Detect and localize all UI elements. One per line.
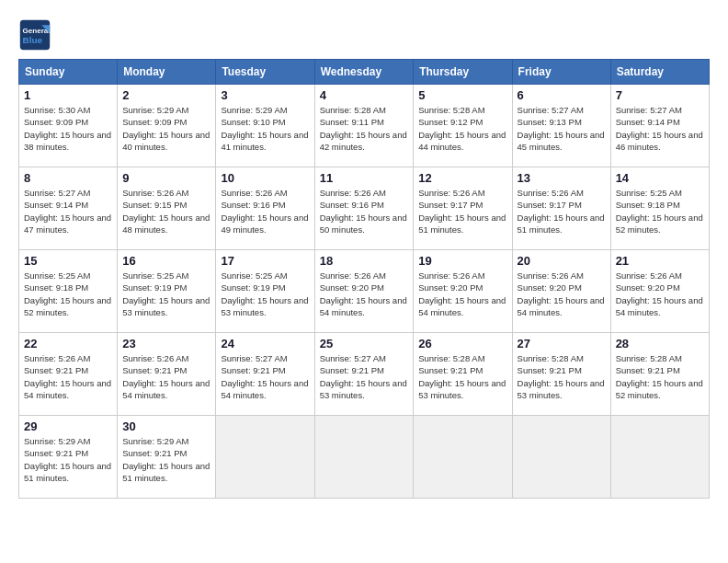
day-info: Sunrise: 5:26 AM Sunset: 9:21 PM Dayligh… [122, 352, 210, 401]
day-info: Sunrise: 5:25 AM Sunset: 9:19 PM Dayligh… [221, 270, 309, 318]
day-info: Sunrise: 5:25 AM Sunset: 9:18 PM Dayligh… [24, 270, 112, 318]
day-number: 13 [518, 171, 606, 185]
day-info: Sunrise: 5:29 AM Sunset: 9:21 PM Dayligh… [24, 435, 112, 484]
week-row-5: 29 Sunrise: 5:29 AM Sunset: 9:21 PM Dayl… [19, 416, 710, 499]
day-cell-27: 27 Sunrise: 5:28 AM Sunset: 9:21 PM Dayl… [512, 333, 610, 416]
day-number: 28 [616, 337, 704, 350]
day-info: Sunrise: 5:27 AM Sunset: 9:13 PM Dayligh… [518, 104, 606, 153]
header-saturday: Saturday [610, 60, 709, 85]
day-number: 24 [221, 337, 309, 350]
page-header: General Blue [18, 18, 710, 52]
day-cell-10: 10 Sunrise: 5:26 AM Sunset: 9:16 PM Dayl… [216, 167, 314, 250]
week-row-2: 8 Sunrise: 5:27 AM Sunset: 9:14 PM Dayli… [19, 167, 710, 250]
day-cell-8: 8 Sunrise: 5:27 AM Sunset: 9:14 PM Dayli… [19, 167, 118, 250]
day-number: 3 [221, 88, 309, 102]
day-info: Sunrise: 5:26 AM Sunset: 9:20 PM Dayligh… [616, 270, 704, 318]
day-cell-6: 6 Sunrise: 5:27 AM Sunset: 9:13 PM Dayli… [512, 85, 610, 167]
week-row-3: 15 Sunrise: 5:25 AM Sunset: 9:18 PM Dayl… [19, 250, 710, 333]
empty-cell [512, 416, 610, 499]
day-number: 9 [122, 171, 210, 185]
day-cell-14: 14 Sunrise: 5:25 AM Sunset: 9:18 PM Dayl… [610, 167, 709, 250]
day-info: Sunrise: 5:26 AM Sunset: 9:20 PM Dayligh… [418, 270, 506, 318]
day-number: 15 [24, 254, 112, 268]
day-cell-24: 24 Sunrise: 5:27 AM Sunset: 9:21 PM Dayl… [216, 333, 314, 416]
day-info: Sunrise: 5:28 AM Sunset: 9:11 PM Dayligh… [320, 104, 409, 153]
day-info: Sunrise: 5:26 AM Sunset: 9:20 PM Dayligh… [518, 270, 606, 318]
day-info: Sunrise: 5:30 AM Sunset: 9:09 PM Dayligh… [24, 104, 112, 153]
day-number: 6 [518, 88, 606, 102]
day-cell-17: 17 Sunrise: 5:25 AM Sunset: 9:19 PM Dayl… [216, 250, 314, 333]
day-info: Sunrise: 5:25 AM Sunset: 9:19 PM Dayligh… [122, 270, 210, 318]
day-info: Sunrise: 5:29 AM Sunset: 9:09 PM Dayligh… [122, 104, 210, 153]
empty-cell [216, 416, 314, 499]
header-monday: Monday [118, 60, 216, 85]
day-number: 25 [320, 337, 409, 350]
day-cell-2: 2 Sunrise: 5:29 AM Sunset: 9:09 PM Dayli… [118, 85, 216, 167]
day-number: 2 [122, 88, 210, 102]
logo-icon: General Blue [18, 18, 51, 52]
day-number: 21 [616, 254, 704, 268]
day-info: Sunrise: 5:27 AM Sunset: 9:14 PM Dayligh… [24, 187, 112, 236]
day-cell-3: 3 Sunrise: 5:29 AM Sunset: 9:10 PM Dayli… [216, 85, 314, 167]
day-number: 27 [518, 337, 606, 350]
empty-cell [314, 416, 414, 499]
header-wednesday: Wednesday [314, 60, 414, 85]
week-row-4: 22 Sunrise: 5:26 AM Sunset: 9:21 PM Dayl… [19, 333, 710, 416]
day-number: 18 [320, 254, 409, 268]
day-number: 30 [122, 419, 210, 433]
day-info: Sunrise: 5:28 AM Sunset: 9:12 PM Dayligh… [418, 104, 506, 153]
day-cell-4: 4 Sunrise: 5:28 AM Sunset: 9:11 PM Dayli… [314, 85, 414, 167]
day-cell-23: 23 Sunrise: 5:26 AM Sunset: 9:21 PM Dayl… [118, 333, 216, 416]
day-info: Sunrise: 5:27 AM Sunset: 9:21 PM Dayligh… [320, 352, 409, 401]
day-cell-30: 30 Sunrise: 5:29 AM Sunset: 9:21 PM Dayl… [118, 416, 216, 499]
day-cell-18: 18 Sunrise: 5:26 AM Sunset: 9:20 PM Dayl… [314, 250, 414, 333]
empty-cell [610, 416, 709, 499]
day-cell-26: 26 Sunrise: 5:28 AM Sunset: 9:21 PM Dayl… [414, 333, 512, 416]
day-number: 7 [616, 88, 704, 102]
svg-text:Blue: Blue [23, 35, 43, 45]
day-number: 19 [418, 254, 506, 268]
day-number: 26 [418, 337, 506, 350]
header-tuesday: Tuesday [216, 60, 314, 85]
day-number: 14 [616, 171, 704, 185]
header-sunday: Sunday [19, 60, 118, 85]
calendar-table: SundayMondayTuesdayWednesdayThursdayFrid… [18, 59, 710, 499]
day-cell-11: 11 Sunrise: 5:26 AM Sunset: 9:16 PM Dayl… [314, 167, 414, 250]
day-info: Sunrise: 5:28 AM Sunset: 9:21 PM Dayligh… [418, 352, 506, 401]
day-number: 10 [221, 171, 309, 185]
day-number: 11 [320, 171, 409, 185]
day-info: Sunrise: 5:29 AM Sunset: 9:21 PM Dayligh… [122, 435, 210, 484]
day-info: Sunrise: 5:29 AM Sunset: 9:10 PM Dayligh… [221, 104, 309, 153]
day-number: 8 [24, 171, 112, 185]
day-number: 4 [320, 88, 409, 102]
day-cell-19: 19 Sunrise: 5:26 AM Sunset: 9:20 PM Dayl… [414, 250, 512, 333]
calendar-header: SundayMondayTuesdayWednesdayThursdayFrid… [19, 60, 710, 85]
day-info: Sunrise: 5:26 AM Sunset: 9:17 PM Dayligh… [518, 187, 606, 236]
day-number: 12 [418, 171, 506, 185]
day-cell-16: 16 Sunrise: 5:25 AM Sunset: 9:19 PM Dayl… [118, 250, 216, 333]
day-number: 17 [221, 254, 309, 268]
day-cell-1: 1 Sunrise: 5:30 AM Sunset: 9:09 PM Dayli… [19, 85, 118, 167]
day-cell-5: 5 Sunrise: 5:28 AM Sunset: 9:12 PM Dayli… [414, 85, 512, 167]
day-info: Sunrise: 5:26 AM Sunset: 9:16 PM Dayligh… [221, 187, 309, 236]
day-cell-22: 22 Sunrise: 5:26 AM Sunset: 9:21 PM Dayl… [19, 333, 118, 416]
day-info: Sunrise: 5:26 AM Sunset: 9:15 PM Dayligh… [122, 187, 210, 236]
week-row-1: 1 Sunrise: 5:30 AM Sunset: 9:09 PM Dayli… [19, 85, 710, 167]
day-cell-20: 20 Sunrise: 5:26 AM Sunset: 9:20 PM Dayl… [512, 250, 610, 333]
day-info: Sunrise: 5:26 AM Sunset: 9:16 PM Dayligh… [320, 187, 409, 236]
day-cell-9: 9 Sunrise: 5:26 AM Sunset: 9:15 PM Dayli… [118, 167, 216, 250]
day-number: 20 [518, 254, 606, 268]
day-cell-15: 15 Sunrise: 5:25 AM Sunset: 9:18 PM Dayl… [19, 250, 118, 333]
day-cell-29: 29 Sunrise: 5:29 AM Sunset: 9:21 PM Dayl… [19, 416, 118, 499]
day-cell-7: 7 Sunrise: 5:27 AM Sunset: 9:14 PM Dayli… [610, 85, 709, 167]
day-number: 1 [24, 88, 112, 102]
day-info: Sunrise: 5:28 AM Sunset: 9:21 PM Dayligh… [616, 352, 704, 401]
day-number: 23 [122, 337, 210, 350]
logo: General Blue [18, 18, 57, 52]
day-info: Sunrise: 5:26 AM Sunset: 9:20 PM Dayligh… [320, 270, 409, 318]
day-cell-28: 28 Sunrise: 5:28 AM Sunset: 9:21 PM Dayl… [610, 333, 709, 416]
day-number: 22 [24, 337, 112, 350]
day-info: Sunrise: 5:26 AM Sunset: 9:21 PM Dayligh… [24, 352, 112, 401]
day-number: 16 [122, 254, 210, 268]
day-info: Sunrise: 5:28 AM Sunset: 9:21 PM Dayligh… [518, 352, 606, 401]
